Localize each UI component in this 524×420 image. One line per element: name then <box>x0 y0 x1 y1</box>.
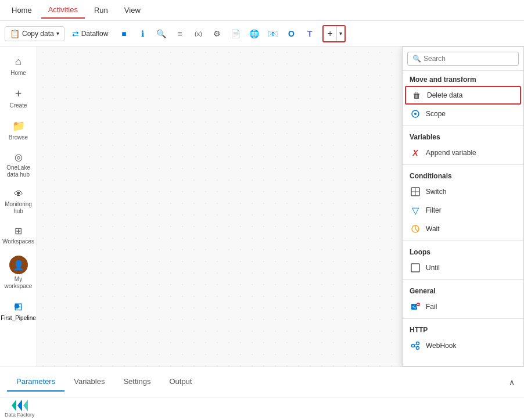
general-title: General <box>403 282 523 297</box>
dataflow-label: Dataflow <box>81 30 109 38</box>
toolbar-icon-10[interactable]: O <box>283 26 299 42</box>
separator-2 <box>403 164 523 165</box>
tab-settings[interactable]: Settings <box>114 372 160 392</box>
home-icon: ⌂ <box>15 56 21 68</box>
toolbar-icon-2[interactable]: ℹ <box>134 26 150 42</box>
list-icon: ≡ <box>177 29 182 38</box>
scope-icon <box>410 108 421 120</box>
switch-item[interactable]: Switch <box>403 182 523 201</box>
section-conditionals: Conditionals Switch ▽ Filter <box>403 167 523 238</box>
activities-dropdown-panel: 🔍 Move and transform 🗑 Delete data <box>402 46 524 367</box>
scope-item[interactable]: Scope <box>403 105 523 123</box>
separator-5 <box>403 318 523 319</box>
filter-item[interactable]: ▽ Filter <box>403 201 523 220</box>
http-title: HTTP <box>403 321 523 336</box>
switch-label: Switch <box>426 188 446 196</box>
sidebar-item-myworkspace[interactable]: 👤 My workspace <box>2 251 35 295</box>
onelake-icon: ◎ <box>15 152 23 163</box>
info-icon: ℹ <box>141 29 144 38</box>
search-magnifier-icon: 🔍 <box>412 55 421 63</box>
nav-item-view[interactable]: View <box>117 2 148 18</box>
until-item[interactable]: Until <box>403 259 523 277</box>
email-icon: 📧 <box>268 29 278 38</box>
nav-item-run[interactable]: Run <box>87 2 115 18</box>
filter-icon: ▽ <box>410 204 421 216</box>
search-box[interactable]: 🔍 <box>407 52 519 66</box>
sidebar-item-pipeline[interactable]: ⊟ First_Pipeline <box>2 296 35 326</box>
search-icon: 🔍 <box>156 29 166 38</box>
toolbar-icon-3[interactable]: 🔍 <box>153 26 169 42</box>
delete-data-item[interactable]: 🗑 Delete data <box>405 86 521 105</box>
sidebar-item-workspaces[interactable]: ⊞ Workspaces <box>2 221 35 250</box>
toolbar-icon-8[interactable]: 🌐 <box>246 26 262 42</box>
filter-label: Filter <box>426 206 442 214</box>
scope-label: Scope <box>426 110 446 118</box>
copy-data-button[interactable]: 📋 Copy data ▾ <box>5 26 64 41</box>
sidebar-item-monitoring[interactable]: 👁 Monitoring hub <box>2 184 35 220</box>
bottom-tab-actions: ∧ <box>507 375 517 389</box>
move-transform-title: Move and transform <box>403 71 523 86</box>
variables-title: Variables <box>403 128 523 143</box>
fail-item[interactable]: </> Fail <box>403 297 523 316</box>
separator-1 <box>403 125 523 126</box>
svg-point-11 <box>412 344 415 347</box>
sidebar-item-create[interactable]: + Create <box>2 82 35 114</box>
sidebar-browse-label: Browse <box>9 134 28 141</box>
svg-marker-17 <box>17 400 22 411</box>
until-label: Until <box>426 264 440 272</box>
search-input[interactable] <box>423 55 514 63</box>
separator-4 <box>403 279 523 280</box>
sidebar-onelake-label: OneLake data hub <box>4 164 33 178</box>
svg-line-14 <box>415 344 417 345</box>
collapse-icon[interactable]: ∧ <box>507 375 517 389</box>
settings-icon: ⚙ <box>213 29 221 38</box>
tab-variables[interactable]: Variables <box>64 372 114 392</box>
toolbar-icon-5[interactable]: (x) <box>190 26 206 42</box>
dataflow-icon: ⇄ <box>72 29 79 38</box>
add-activity-button[interactable]: + ▾ <box>322 25 345 42</box>
nav-item-home[interactable]: Home <box>5 2 39 18</box>
toolbar-icon-11[interactable]: T <box>302 26 318 42</box>
sidebar-item-browse[interactable]: 📁 Browse <box>2 115 35 146</box>
tab-parameters[interactable]: Parameters <box>7 372 64 392</box>
df-logo-area[interactable]: Data Factory <box>5 400 35 418</box>
svg-point-12 <box>417 342 419 345</box>
toolbar-icon-4[interactable]: ≡ <box>171 26 188 42</box>
webhook-label: WebHook <box>426 342 456 350</box>
sidebar-home-label: Home <box>10 70 26 77</box>
create-icon: + <box>15 87 22 100</box>
section-http: HTTP WebHook <box>403 321 523 355</box>
section-move-transform: Move and transform 🗑 Delete data Scope <box>403 71 523 123</box>
sidebar: ⌂ Home + Create 📁 Browse ◎ OneLake data … <box>0 46 37 367</box>
copy-data-chevron: ▾ <box>56 30 59 37</box>
append-variable-icon: X <box>410 147 421 159</box>
conditionals-title: Conditionals <box>403 167 523 182</box>
wait-item[interactable]: Wait <box>403 220 523 238</box>
sidebar-pipeline-label: First_Pipeline <box>1 315 36 321</box>
copy-icon: 📋 <box>10 29 20 38</box>
tab-output[interactable]: Output <box>160 372 201 392</box>
toolbar-icon-9[interactable]: 📧 <box>264 26 281 42</box>
append-variable-item[interactable]: X Append variable <box>403 143 523 162</box>
browse-icon: 📁 <box>12 120 25 132</box>
variable-icon: (x) <box>195 30 202 37</box>
globe-icon: 🌐 <box>249 29 259 38</box>
df-label: Data Factory <box>5 412 35 418</box>
svg-marker-18 <box>23 400 28 411</box>
append-variable-label: Append variable <box>426 149 476 157</box>
sidebar-create-label: Create <box>9 102 27 109</box>
webhook-item[interactable]: WebHook <box>403 336 523 355</box>
nav-item-activities[interactable]: Activities <box>41 2 85 19</box>
toolbar-icon-7[interactable]: 📄 <box>227 26 243 42</box>
svg-point-13 <box>417 347 419 350</box>
delete-icon: 🗑 <box>411 89 422 101</box>
sidebar-workspaces-label: Workspaces <box>2 238 34 245</box>
toolbar-icon-1[interactable]: ■ <box>116 26 132 42</box>
sidebar-item-home[interactable]: ⌂ Home <box>2 51 35 81</box>
toolbar-icon-6[interactable]: ⚙ <box>209 26 225 42</box>
dataflow-button[interactable]: ⇄ Dataflow <box>67 26 114 41</box>
sidebar-item-onelake[interactable]: ◎ OneLake data hub <box>2 147 35 183</box>
wait-label: Wait <box>426 225 440 233</box>
square-icon: ■ <box>121 29 126 38</box>
sidebar-myworkspace-label: My workspace <box>4 276 33 290</box>
